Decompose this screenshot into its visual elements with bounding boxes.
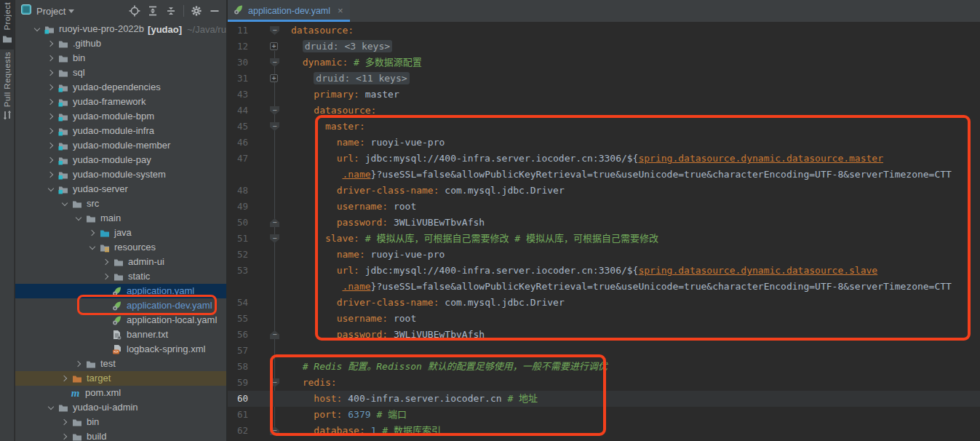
code-line-49[interactable]: 49 username: root (228, 199, 980, 215)
code-line-48[interactable]: 48 driver-class-name: com.mysql.jdbc.Dri… (228, 183, 980, 199)
tree-item-yudao-framework[interactable]: yudao-framework (15, 95, 226, 109)
code-line-56[interactable]: 56− password: 3WLiVUBEwTbvAfsh (228, 327, 980, 343)
tree-item-yudao-module-bpm[interactable]: yudao-module-bpm (15, 109, 226, 124)
code-line-43[interactable]: 43 primary: master (228, 87, 980, 103)
chevron-right-icon[interactable] (45, 169, 57, 180)
tree-item-ruoyi-vue-pro-2022b[interactable]: ruoyi-vue-pro-2022b[yudao]~/Java/ru (15, 22, 226, 36)
chevron-right-icon[interactable] (45, 140, 57, 151)
fold-expand-icon[interactable]: + (270, 42, 278, 50)
code-line-wrap[interactable]: .name}?useSSL=false&allowPublicKeyRetrie… (228, 167, 980, 183)
tree-item-resources[interactable]: resources (15, 240, 226, 255)
tree-item-sql[interactable]: sql (15, 65, 226, 80)
tree-item-admin-ui[interactable]: admin-ui (15, 255, 226, 269)
hide-icon[interactable] (209, 5, 220, 17)
code-line-60[interactable]: 60 host: 400-infra.server.iocoder.cn # 地… (228, 391, 980, 407)
tree-item-pom.xml[interactable]: mpom.xml (15, 386, 226, 400)
chevron-right-icon[interactable] (59, 416, 71, 428)
chevron-down-icon[interactable] (45, 183, 57, 195)
code-line-50[interactable]: 50− password: 3WLiVUBEwTbvAfsh (228, 215, 980, 231)
tree-item-yudao-module-system[interactable]: yudao-module-system (15, 167, 226, 182)
editor-tab[interactable]: application-dev.yaml × (228, 0, 350, 22)
code-line-31[interactable]: 31+ druid: <11 keys> (228, 71, 980, 87)
code-line-57[interactable]: 57 (228, 343, 980, 359)
fold-collapse-icon[interactable]: − (270, 26, 279, 35)
code-line-46[interactable]: 46 name: ruoyi-vue-pro (228, 135, 980, 151)
tree-item-bin[interactable]: bin (15, 415, 226, 429)
tree-item-main[interactable]: main (15, 211, 226, 226)
chevron-right-icon[interactable] (45, 38, 57, 49)
code-line-54[interactable]: 54 driver-class-name: com.mysql.jdbc.Dri… (228, 295, 980, 311)
chevron-right-icon[interactable] (73, 358, 84, 370)
collapse-all-icon[interactable] (165, 5, 177, 17)
tree-item-banner.txt[interactable]: banner.txt (15, 327, 226, 342)
tree-item-src[interactable]: src (15, 196, 226, 211)
code-line-30[interactable]: 30− dynamic: # 多数据源配置 (228, 55, 980, 71)
code-line-53[interactable]: 53 url: jdbc:mysql://400-infra.server.io… (228, 263, 980, 279)
code-line-47[interactable]: 47 url: jdbc:mysql://400-infra.server.io… (228, 151, 980, 167)
chevron-down-icon[interactable] (31, 23, 43, 35)
tree-item-build[interactable]: build (15, 429, 226, 441)
fold-collapse-icon[interactable]: − (270, 122, 279, 131)
tree-item-logback-spring.xml[interactable]: <>logback-spring.xml (15, 342, 226, 357)
tree-item-java[interactable]: java (15, 226, 226, 240)
fold-collapse-icon[interactable]: − (270, 58, 279, 67)
tree-item-yudao-module-member[interactable]: yudao-module-member (15, 138, 226, 153)
code-line-12[interactable]: 12+ druid: <3 keys> (228, 39, 980, 55)
tree-item-application.yaml[interactable]: application.yaml (15, 284, 226, 298)
tree-item-application-local.yaml[interactable]: application-local.yaml (15, 313, 226, 327)
chevron-right-icon[interactable] (45, 154, 57, 166)
code-line-45[interactable]: 45− master: (228, 119, 980, 135)
code-line-wrap[interactable]: .name}?useSSL=false&allowPublicKeyRetrie… (228, 279, 980, 295)
tree-item-yudao-server[interactable]: yudao-server (15, 182, 226, 196)
chevron-right-icon[interactable] (100, 256, 112, 268)
tree-item-static[interactable]: static (15, 269, 226, 284)
code-line-62[interactable]: 62− database: 1 # 数据库索引 (228, 423, 980, 439)
tree-item-yudao-ui-admin[interactable]: yudao-ui-admin (15, 400, 226, 415)
code-line-59[interactable]: 59− redis: (228, 375, 980, 391)
code-editor[interactable]: 11−datasource:12+ druid: <3 keys>30− dyn… (228, 22, 980, 441)
tool-window-button-project[interactable]: Project (0, 0, 14, 49)
tree-item-yudao-module-pay[interactable]: yudao-module-pay (15, 153, 226, 167)
fold-collapse-icon[interactable]: − (270, 106, 279, 115)
tree-item-bin[interactable]: bin (15, 51, 226, 65)
tree-item-target[interactable]: target (15, 371, 226, 386)
panel-title[interactable]: Project (36, 6, 65, 17)
fold-collapse-icon[interactable]: − (270, 330, 279, 339)
chevron-right-icon[interactable] (59, 431, 71, 441)
chevron-right-icon[interactable] (45, 96, 57, 108)
chevron-down-icon[interactable] (73, 212, 84, 224)
code-line-55[interactable]: 55 username: root (228, 311, 980, 327)
settings-icon[interactable] (191, 5, 202, 17)
chevron-right-icon[interactable] (59, 373, 71, 384)
fold-collapse-icon[interactable]: − (270, 218, 279, 227)
code-line-11[interactable]: 11−datasource: (228, 23, 980, 39)
expand-all-icon[interactable] (147, 5, 159, 17)
code-line-51[interactable]: 51− slave: # 模拟从库，可根据自己需要修改 # 模拟从库，可根据自己… (228, 231, 980, 247)
tree-item-yudao-dependencies[interactable]: yudao-dependencies (15, 80, 226, 95)
tree-item-.github[interactable]: .github (15, 36, 226, 51)
fold-collapse-icon[interactable]: − (270, 426, 279, 435)
code-line-44[interactable]: 44− datasource: (228, 103, 980, 119)
chevron-down-icon[interactable] (87, 242, 98, 253)
chevron-right-icon[interactable] (45, 125, 57, 137)
tree-item-yudao-module-infra[interactable]: yudao-module-infra (15, 124, 226, 138)
chevron-down-icon[interactable] (59, 198, 71, 210)
code-line-58[interactable]: 58 # Redis 配置。Redisson 默认的配置足够使用，一般不需要进行… (228, 359, 980, 375)
chevron-right-icon[interactable] (45, 67, 57, 79)
chevron-right-icon[interactable] (45, 82, 57, 93)
chevron-right-icon[interactable] (87, 227, 98, 239)
fold-collapse-icon[interactable]: − (270, 378, 279, 387)
locate-icon[interactable] (129, 5, 140, 17)
tree-item-application-dev.yaml[interactable]: application-dev.yaml (15, 298, 226, 313)
code-line-52[interactable]: 52 name: ruoyi-vue-pro (228, 247, 980, 263)
chevron-right-icon[interactable] (100, 271, 112, 282)
close-icon[interactable]: × (338, 7, 343, 15)
chevron-down-icon[interactable] (68, 9, 74, 13)
chevron-right-icon[interactable] (45, 52, 57, 64)
tree-item-test[interactable]: test (15, 357, 226, 371)
fold-collapse-icon[interactable]: − (270, 234, 279, 243)
chevron-right-icon[interactable] (45, 111, 57, 122)
code-line-61[interactable]: 61 port: 6379 # 端口 (228, 407, 980, 423)
chevron-down-icon[interactable] (45, 402, 57, 413)
fold-expand-icon[interactable]: + (270, 74, 278, 82)
